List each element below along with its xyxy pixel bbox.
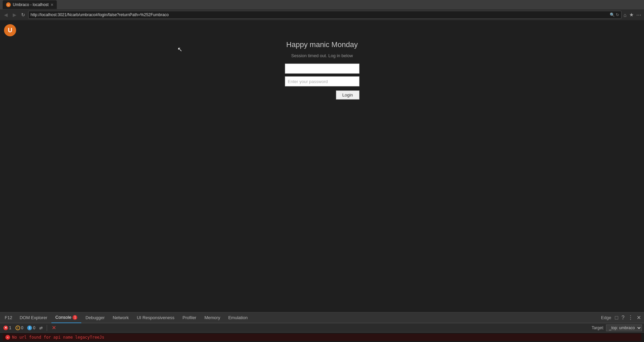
favorites-button[interactable]: ★ [629,11,634,18]
console-output-area: ✕ No url found for api name legacyTreeJs [0,333,644,342]
devtools-more-button[interactable]: ⋮ [626,314,635,321]
nav-bar: ◀ ▶ ↻ 🔍 ↻ ⌂ ★ ⋯ [0,9,644,20]
greeting-text: Happy manic Monday [286,40,358,49]
warning-filter-button[interactable]: ! 0 [14,325,25,331]
console-badge: 1 [73,315,77,320]
devtools-panel: F12 DOM Explorer Console 1 Debugger Netw… [0,312,644,342]
target-label: Target: [592,326,604,330]
tab-title: Umbraco - localhost [13,2,49,7]
refresh-mini-icon[interactable]: ↻ [616,12,619,17]
target-selector: Target: _top: umbraco [592,325,642,331]
back-button[interactable]: ◀ [2,11,9,18]
forward-button[interactable]: ▶ [11,11,18,18]
error-count: 1 [9,326,11,330]
devtools-close-button[interactable]: ✕ [635,314,643,321]
browser-chrome: U Umbraco - localhost × ◀ ▶ ↻ 🔍 ↻ ⌂ ★ ⋯ [0,0,644,20]
devtools-right-controls: Edge □ ? ⋮ ✕ [599,314,643,321]
warning-count: 0 [21,326,24,330]
umbraco-logo: U [4,24,16,36]
info-count: 0 [33,326,35,330]
address-bar[interactable]: 🔍 ↻ [28,11,621,19]
toolbar-divider [47,325,47,331]
devtools-tab-memory[interactable]: Memory [200,312,224,323]
tab-close-button[interactable]: × [51,2,53,7]
devtools-tab-ui-responsiveness[interactable]: UI Responsiveness [133,312,178,323]
toggle-icon: ⇄ [39,326,43,330]
devtools-tab-network[interactable]: Network [109,312,133,323]
devtools-f12-label[interactable]: F12 [1,315,15,320]
devtools-help-button[interactable]: ? [620,315,626,321]
search-icon[interactable]: 🔍 [610,12,615,17]
nav-right-buttons: ⌂ ★ ⋯ [623,11,642,18]
refresh-button[interactable]: ↻ [19,11,27,18]
clear-console-button[interactable]: ✕ [50,324,58,332]
login-container: Happy manic Monday Session timed out. Lo… [267,40,378,100]
info-icon: i [27,326,32,330]
devtools-toolbar: ✕ 1 ! 0 i 0 ⇄ ✕ Target: _top: umbraco [0,323,644,333]
settings-button[interactable]: ⋯ [636,11,642,18]
target-dropdown[interactable]: _top: umbraco [606,325,642,331]
tab-favicon: U [6,2,11,7]
error-filter-button[interactable]: ✕ 1 [2,325,13,331]
password-input[interactable] [285,76,359,86]
devtools-dock-button[interactable]: □ [613,315,620,321]
devtools-tab-console[interactable]: Console 1 [51,312,82,323]
home-button[interactable]: ⌂ [623,11,627,18]
info-filter-button[interactable]: i 0 [26,325,37,331]
devtools-tabs: F12 DOM Explorer Console 1 Debugger Netw… [0,312,644,323]
devtools-tab-dom-explorer[interactable]: DOM Explorer [15,312,51,323]
page-content: U ↖ Happy manic Monday Session timed out… [0,20,644,312]
warning-icon: ! [15,326,20,330]
devtools-tab-profiler[interactable]: Profiler [178,312,200,323]
username-input[interactable] [285,64,359,74]
console-error-message: No url found for api name legacyTreeJs [12,335,104,340]
cursor-indicator: ↖ [177,46,182,52]
tab-bar: U Umbraco - localhost × [0,0,644,9]
console-error-line: ✕ No url found for api name legacyTreeJs [3,334,641,341]
error-icon: ✕ [3,326,8,330]
login-button[interactable]: Login [336,90,359,100]
address-actions: 🔍 ↻ [610,12,619,17]
session-message: Session timed out. Log in below [291,53,353,58]
devtools-edge-label: Edge [599,315,613,320]
active-tab[interactable]: U Umbraco - localhost × [3,0,57,9]
devtools-tab-debugger[interactable]: Debugger [81,312,109,323]
address-input[interactable] [31,12,608,17]
toggle-button[interactable]: ⇄ [38,325,44,331]
devtools-tab-emulation[interactable]: Emulation [224,312,252,323]
console-error-icon: ✕ [5,335,10,340]
